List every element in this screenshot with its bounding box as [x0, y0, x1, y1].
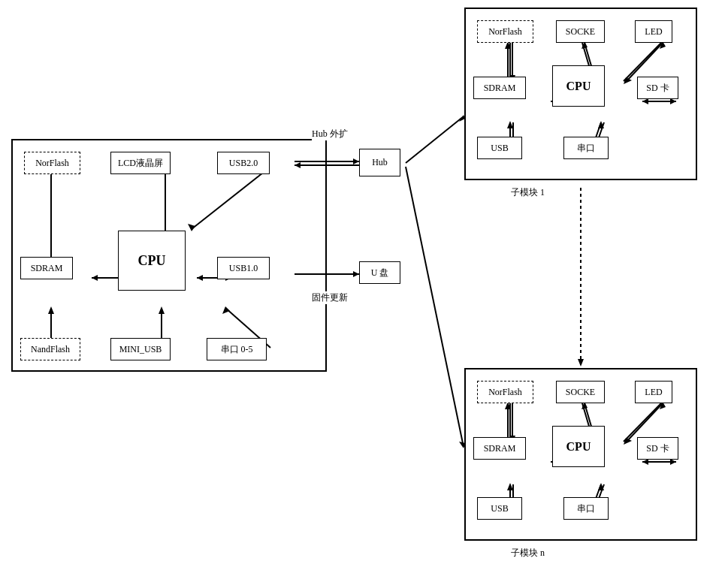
main-nandflash: NandFlash — [20, 338, 80, 360]
main-lcd: LCD液晶屏 — [110, 152, 171, 174]
sub1-usb: USB — [477, 137, 522, 159]
subn-sdram: SDRAM — [473, 437, 526, 460]
hub-box: Hub — [359, 149, 400, 176]
sub1-serial: 串口 — [563, 137, 609, 159]
sub-module-n-label: 子模块 n — [511, 547, 545, 559]
sub1-cpu: CPU — [552, 65, 605, 107]
main-usb10: USB1.0 — [217, 257, 270, 279]
main-usb20: USB2.0 — [217, 152, 270, 174]
subn-serial: 串口 — [563, 497, 609, 520]
svg-line-26 — [406, 167, 464, 447]
subn-cpu: CPU — [552, 426, 605, 467]
svg-marker-19 — [353, 158, 359, 164]
diagram-container: NorFlash LCD液晶屏 USB2.0 SDRAM CPU USB1.0 … — [0, 0, 728, 564]
main-mini-usb: MINI_USB — [110, 338, 171, 360]
subn-sdcard: SD 卡 — [637, 437, 678, 460]
main-board: NorFlash LCD液晶屏 USB2.0 SDRAM CPU USB1.0 … — [11, 139, 327, 372]
sub1-norflash: NorFlash — [477, 20, 533, 43]
sub-module-n: NorFlash SOCKE LED SDRAM CPU SD 卡 USB 串口 — [464, 368, 697, 541]
sub1-led: LED — [635, 20, 672, 43]
main-serial: 串口 0-5 — [207, 338, 267, 360]
sub1-sdcard: SD 卡 — [637, 77, 678, 99]
sub-module-1: NorFlash SOCKE LED SDRAM CPU SD 卡 USB 串口 — [464, 8, 697, 180]
sub1-sdram: SDRAM — [473, 77, 526, 99]
sub-module-1-label: 子模块 1 — [511, 186, 545, 199]
svg-marker-23 — [353, 271, 359, 277]
svg-marker-51 — [578, 359, 584, 366]
main-norflash: NorFlash — [24, 152, 80, 174]
hub-label: Hub 外扩 — [312, 128, 348, 140]
subn-norflash: NorFlash — [477, 381, 533, 403]
main-sdram: SDRAM — [20, 257, 73, 279]
subn-led: LED — [635, 381, 672, 403]
subn-socke: SOCKE — [556, 381, 605, 403]
udisk-box: U 盘 — [359, 261, 400, 284]
firmware-label: 固件更新 — [312, 291, 348, 304]
subn-usb: USB — [477, 497, 522, 520]
sub1-socke: SOCKE — [556, 20, 605, 43]
svg-line-24 — [406, 116, 464, 163]
main-cpu: CPU — [118, 231, 186, 291]
